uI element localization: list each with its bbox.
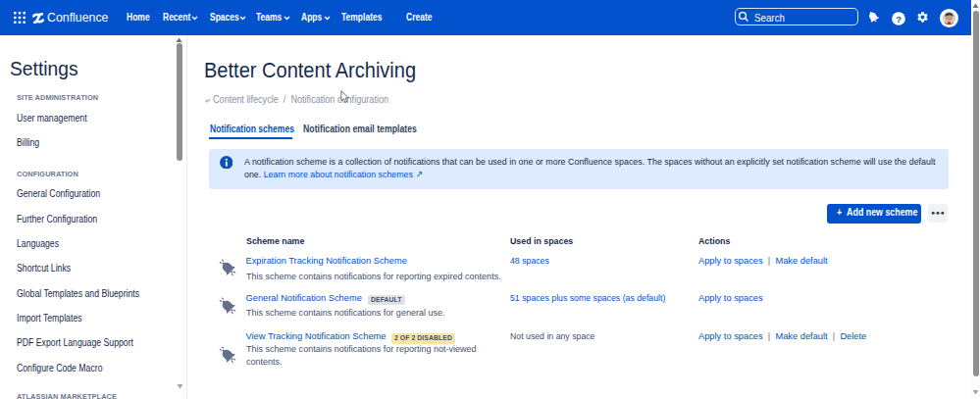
svg-text:?: ?	[896, 14, 902, 24]
